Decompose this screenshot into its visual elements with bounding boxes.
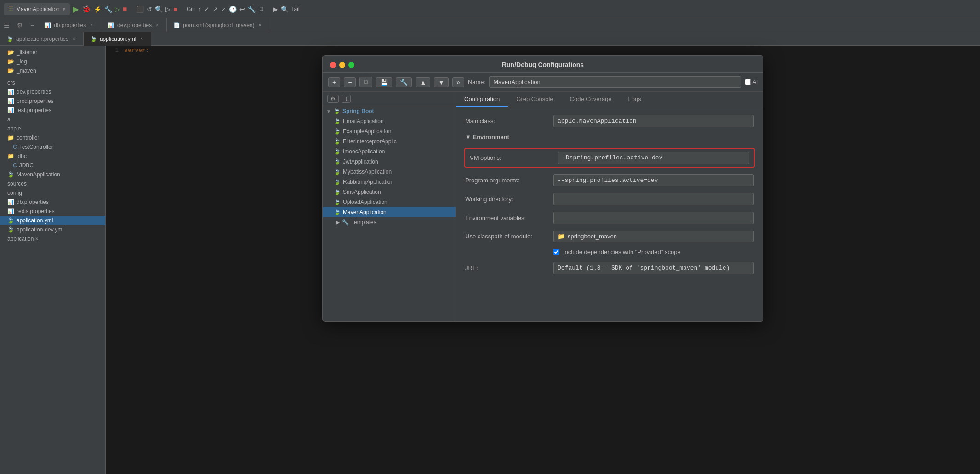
tree-item-jwt[interactable]: 🍃 JwtApplication	[323, 157, 456, 167]
tab-appprop-close[interactable]: ×	[71, 36, 77, 42]
tree-item-filter[interactable]: 🍃 FilterInterceptorApplic	[323, 136, 456, 147]
tree-item-mybatiss[interactable]: 🍃 MybatissApplication	[323, 167, 456, 177]
stop-button[interactable]: ■	[123, 5, 127, 13]
coverage-button[interactable]: ⚡	[94, 6, 102, 13]
tree-item-upload[interactable]: 🍃 UploadApplication	[323, 197, 456, 207]
tab-grep-console[interactable]: Grep Console	[508, 92, 561, 107]
inspect-button[interactable]: 🔍	[155, 6, 163, 13]
name-input[interactable]	[489, 76, 741, 88]
tab-db-properties[interactable]: 📊 db.properties ×	[38, 18, 101, 32]
git-pull[interactable]: ✓	[204, 6, 210, 13]
tree-item-rabbitmq[interactable]: 🍃 RabbitmqApplication	[323, 177, 456, 187]
maximize-button[interactable]	[348, 62, 354, 68]
save-config-button[interactable]: 💾	[376, 77, 392, 87]
sidebar-item-controller[interactable]: 📁 controller	[0, 133, 105, 142]
tab-dev-close[interactable]: ×	[154, 22, 160, 28]
tree-item-templates[interactable]: ▶ 🔧 Templates	[323, 217, 456, 227]
sidebar-item-appdevyml[interactable]: 🍃 application-dev.yml	[0, 225, 105, 234]
working-dir-input[interactable]	[553, 193, 754, 205]
git-branch[interactable]: ↗	[212, 6, 218, 13]
sidebar-item-redis[interactable]: 📊 redis.properties	[0, 207, 105, 216]
tab-dev-properties[interactable]: 📊 dev.properties ×	[101, 18, 167, 32]
sidebar-item-application-tab[interactable]: application ×	[0, 234, 105, 243]
sidebar-item-prod-prop[interactable]: 📊 prod.properties	[0, 96, 105, 106]
jre-input[interactable]	[553, 262, 754, 274]
tab-settings-icon[interactable]: ☰	[0, 22, 13, 29]
tab-db-close[interactable]: ×	[89, 22, 94, 28]
sidebar-item-listener[interactable]: 📂 _listener	[0, 48, 105, 57]
sidebar-item-maven[interactable]: 📂 _maven	[0, 66, 105, 75]
tab-configuration[interactable]: Configuration	[456, 92, 508, 107]
sidebar-item-mavenapplication[interactable]: 🍃 MavenApplication	[0, 170, 105, 179]
prop-icon: 📊	[7, 89, 14, 95]
run-config-selector[interactable]: ☰ MavenApplication ▾	[4, 3, 70, 15]
search-button[interactable]: 🔍	[281, 6, 289, 13]
sidebar-item-test-prop[interactable]: 📊 test.properties	[0, 106, 105, 115]
git-history[interactable]: 🕐	[229, 6, 237, 13]
add-config-button[interactable]: +	[328, 77, 340, 87]
tree-item-sms[interactable]: 🍃 SmsApplication	[323, 187, 456, 197]
tree-collapse-button[interactable]: ↕	[342, 95, 351, 103]
main-toolbar: ☰ MavenApplication ▾ ▶ 🐞 ⚡ 🔧 ▷ ■ ⬛ ↺ 🔍 ▷…	[0, 0, 980, 18]
tab-gear-icon[interactable]: ⚙	[13, 22, 27, 29]
copy-config-button[interactable]: ⧉	[359, 77, 372, 87]
remove-config-button[interactable]: −	[344, 77, 356, 87]
sidebar-item-apple[interactable]: apple	[0, 124, 105, 133]
up-button[interactable]: ▲	[416, 77, 430, 87]
tab-application-properties[interactable]: 🍃 application.properties ×	[0, 32, 84, 46]
tab-application-yml[interactable]: 🍃 application.yml ×	[84, 32, 151, 46]
sidebar-item-sources[interactable]: sources	[0, 179, 105, 188]
minimize-button[interactable]	[339, 62, 345, 68]
reload-button[interactable]: ↺	[147, 6, 152, 13]
tab-code-coverage[interactable]: Code Coverage	[562, 92, 620, 107]
main-class-input[interactable]	[553, 115, 754, 127]
down-button[interactable]: ▼	[434, 77, 449, 87]
profile-button[interactable]: 🔧	[104, 6, 112, 13]
git-remote[interactable]: 🖥	[258, 6, 265, 13]
sidebar-item-jdbc[interactable]: 📁 jdbc	[0, 152, 105, 161]
classpath-input[interactable]: 📁 springboot_maven	[553, 231, 754, 242]
tree-filter-button[interactable]: ⚙	[327, 95, 339, 103]
sidebar-item-a[interactable]: a	[0, 115, 105, 124]
sidebar-item-db[interactable]: 📊 db.properties	[0, 198, 105, 207]
prog-args-input[interactable]	[553, 174, 754, 186]
tab-appyml-close[interactable]: ×	[139, 36, 144, 42]
tab-minimize-icon[interactable]: −	[27, 22, 38, 29]
tab-pom-xml[interactable]: 📄 pom.xml (springboot_maven) ×	[167, 18, 269, 32]
step-over[interactable]: ▷	[115, 6, 120, 13]
tab-logs[interactable]: Logs	[620, 92, 650, 107]
sidebar-item-testcontroller[interactable]: C TestController	[0, 142, 105, 152]
git-settings[interactable]: 🔧	[248, 6, 256, 13]
run3-button[interactable]: ▶	[273, 6, 278, 13]
tab-pom-close[interactable]: ×	[257, 22, 262, 28]
tree-item-example[interactable]: 🍃 ExampleApplication	[323, 126, 456, 136]
store-checkbox-input[interactable]	[745, 79, 751, 85]
build-button[interactable]: ⬛	[136, 6, 144, 13]
git-revert[interactable]: ↙	[221, 6, 226, 13]
tree-item-email[interactable]: 🍃 EmailApplication	[323, 116, 456, 126]
tree-item-maven[interactable]: 🍃 MavenApplication	[323, 207, 456, 217]
git-undo[interactable]: ↩	[239, 6, 245, 13]
sidebar-item-ers[interactable]: ers	[0, 78, 105, 87]
sidebar-item-jdbc-class[interactable]: C JDBC	[0, 161, 105, 170]
include-deps-checkbox[interactable]	[553, 249, 559, 255]
run-button[interactable]: ▶	[73, 4, 79, 14]
tabs-row-1: ☰ ⚙ − 📊 db.properties × 📊 dev.properties…	[0, 18, 980, 32]
main-class-label: Main class:	[465, 118, 548, 124]
git-push[interactable]: ↑	[198, 6, 201, 13]
vm-options-input[interactable]	[558, 152, 749, 164]
env-vars-input[interactable]	[553, 212, 754, 224]
expand-button[interactable]: »	[452, 77, 464, 87]
form-section-environment[interactable]: ▼ Environment	[465, 134, 754, 141]
close-button[interactable]	[330, 62, 336, 68]
sidebar-item-log[interactable]: 📂 _log	[0, 57, 105, 66]
run2-button[interactable]: ▷	[165, 6, 171, 13]
tree-item-imooc[interactable]: 🍃 ImoocApplication	[323, 147, 456, 157]
sidebar-item-appyml[interactable]: 🍃 application.yml	[0, 216, 105, 225]
debug-button[interactable]: 🐞	[82, 5, 91, 13]
stop2-button[interactable]: ■	[173, 6, 177, 13]
settings-config-button[interactable]: 🔧	[396, 77, 412, 87]
sidebar-item-dev-prop[interactable]: 📊 dev.properties	[0, 87, 105, 96]
sidebar-item-config[interactable]: config	[0, 188, 105, 198]
tree-group-springboot[interactable]: ▼ 🍃 Spring Boot	[323, 106, 456, 116]
